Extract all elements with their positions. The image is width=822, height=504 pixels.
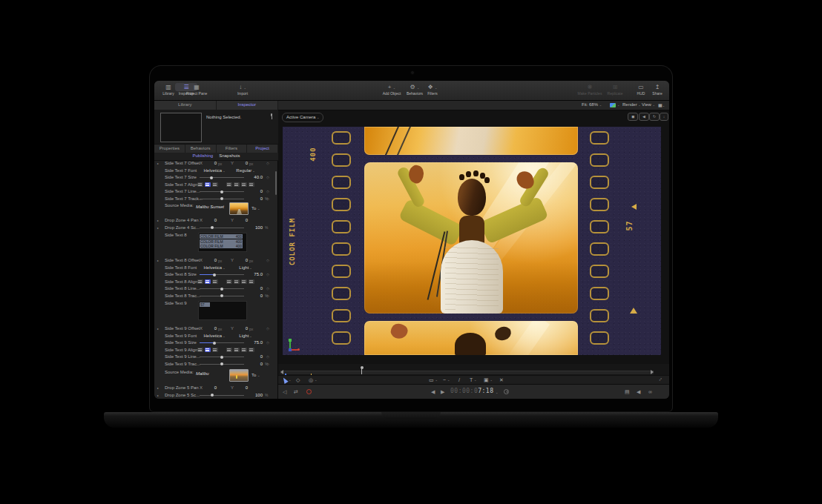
- frame-display-button[interactable]: ▤: [625, 388, 630, 395]
- filters-button[interactable]: ❖ ⌄ Filters: [423, 83, 442, 96]
- disclosure-triangle-icon[interactable]: ▸: [157, 393, 159, 398]
- camera-toggle-button[interactable]: ◼: [628, 113, 638, 121]
- align-button[interactable]: [205, 279, 211, 284]
- audio-toggle-button[interactable]: ◀: [639, 113, 649, 121]
- justify-button[interactable]: [241, 279, 247, 284]
- align-button[interactable]: [205, 182, 211, 187]
- import-button[interactable]: ↓ ⌄ Import: [231, 83, 254, 96]
- y-value-field[interactable]: 0: [236, 326, 248, 331]
- value-field[interactable]: 40.0: [245, 175, 263, 180]
- line-tool[interactable]: /: [458, 377, 460, 384]
- value-field[interactable]: 100: [245, 393, 263, 398]
- justify-button[interactable]: [234, 182, 240, 187]
- align-button[interactable]: [212, 279, 218, 284]
- camera-menu[interactable]: Active Camera ⌄: [282, 113, 323, 122]
- layout-menu[interactable]: ▦⌄: [658, 102, 665, 107]
- value-field[interactable]: 0: [245, 362, 263, 367]
- x-value-field[interactable]: 0: [205, 218, 217, 223]
- shape-tool[interactable]: ▭ ⌄: [429, 377, 438, 384]
- keyframe-diamond-icon[interactable]: ◇: [266, 286, 269, 291]
- timeline-track[interactable]: [280, 371, 654, 374]
- align-button[interactable]: [212, 182, 218, 187]
- keyframe-diamond-icon[interactable]: ◇: [266, 175, 269, 180]
- share-button[interactable]: ↥ Share: [648, 83, 666, 96]
- keyframe-diamond-icon[interactable]: ◇: [266, 196, 269, 202]
- expand-timeline-icon[interactable]: ↕: [658, 377, 663, 382]
- justify-button[interactable]: [226, 279, 232, 284]
- record-button[interactable]: [306, 389, 312, 394]
- value-field[interactable]: 0: [245, 294, 263, 299]
- align-button[interactable]: [197, 182, 203, 187]
- x-value-field[interactable]: 0: [205, 161, 217, 166]
- value-field[interactable]: 0: [245, 189, 263, 194]
- out-point-marker[interactable]: [651, 370, 654, 374]
- select-tool-chevron[interactable]: ⌄: [289, 377, 291, 384]
- timecode-display[interactable]: 00:00:07:18: [450, 388, 493, 394]
- mute-audio-button[interactable]: ◁: [283, 388, 286, 395]
- value-field[interactable]: 0: [245, 196, 263, 202]
- value-field[interactable]: 75.0: [245, 272, 263, 277]
- align-button[interactable]: [197, 348, 203, 352]
- tab-publishing[interactable]: Publishing: [192, 153, 213, 160]
- justify-button[interactable]: [234, 348, 240, 352]
- y-value-field[interactable]: 0: [236, 258, 248, 263]
- slider[interactable]: [200, 199, 244, 199]
- canvas[interactable]: Active Camera ⌄ ◼ ◀ ↻ ↓ 400 COLOR FILM 5…: [278, 110, 669, 364]
- keyframe-diamond-icon[interactable]: ◇: [266, 272, 269, 277]
- mini-timeline[interactable]: [278, 364, 669, 375]
- keyframe-diamond-icon[interactable]: ◇: [266, 340, 269, 345]
- disclosure-triangle-icon[interactable]: ▸: [157, 326, 159, 331]
- media-to-menu[interactable]: To ⌄: [251, 373, 260, 378]
- zoom-level-menu[interactable]: Fit: 68% ⌄: [582, 102, 602, 107]
- value-field[interactable]: 0: [245, 286, 263, 291]
- text-entry-box[interactable]: COLOR FILM400COLOR FILM400COLOR FILM400: [198, 233, 247, 252]
- media-thumbnail[interactable]: [229, 369, 249, 382]
- justify-button[interactable]: [249, 182, 254, 187]
- tab-inspector[interactable]: Inspector: [217, 101, 279, 110]
- justify-button[interactable]: [241, 348, 247, 352]
- pin-icon[interactable]: [269, 113, 274, 120]
- transform-tool[interactable]: ✕: [499, 377, 504, 384]
- bezier-tool[interactable]: ~ ⌄: [443, 377, 450, 384]
- keyframe-diamond-icon[interactable]: ◇: [266, 362, 269, 367]
- keyframe-diamond-icon[interactable]: ◇: [266, 294, 269, 299]
- disclosure-triangle-icon[interactable]: ▸: [157, 161, 159, 166]
- align-button[interactable]: [197, 279, 203, 284]
- align-button[interactable]: [205, 348, 211, 352]
- media-to-menu[interactable]: To ⌄: [251, 206, 260, 211]
- loop-range-button[interactable]: ∞: [648, 388, 652, 395]
- slider[interactable]: [200, 274, 244, 275]
- justify-button[interactable]: [249, 279, 254, 284]
- audio-button[interactable]: ◀: [637, 388, 640, 395]
- value-field[interactable]: 100: [245, 225, 263, 231]
- select-tool[interactable]: [281, 377, 288, 384]
- media-thumbnail[interactable]: [229, 202, 249, 215]
- font-family-menu[interactable]: Helvetica⌄: [199, 265, 230, 271]
- slider[interactable]: [200, 288, 244, 289]
- slider[interactable]: [200, 364, 244, 365]
- channels-swatch-menu[interactable]: [610, 103, 616, 107]
- make-particles-button[interactable]: ❋ Make Particles: [574, 83, 605, 96]
- replicate-button[interactable]: ⊞ Replicate: [604, 83, 626, 96]
- disclosure-triangle-icon[interactable]: ▸: [157, 258, 159, 263]
- render-menu[interactable]: Render ⌄: [622, 102, 641, 107]
- pan-zoom-tool[interactable]: ◎ ⌄: [309, 377, 317, 384]
- keyframe-diamond-icon[interactable]: ◇: [266, 258, 269, 263]
- in-point-marker[interactable]: [280, 370, 283, 374]
- tab-library[interactable]: Library: [154, 101, 217, 110]
- font-family-menu[interactable]: Helvetica⌄: [199, 168, 230, 173]
- keyframe-diamond-icon[interactable]: ◇: [266, 326, 269, 331]
- slider[interactable]: [200, 296, 244, 296]
- x-value-field[interactable]: 0: [205, 385, 217, 391]
- text-tool[interactable]: T ⌄: [470, 377, 476, 384]
- justify-button[interactable]: [241, 182, 247, 187]
- justify-button[interactable]: [234, 279, 240, 284]
- download-toggle-button[interactable]: ↓: [660, 113, 668, 121]
- value-field[interactable]: 75.0: [245, 340, 263, 345]
- loop-toggle-button[interactable]: ↻: [649, 113, 660, 121]
- x-value-field[interactable]: 0: [205, 258, 217, 263]
- play-button[interactable]: ▶: [441, 388, 444, 395]
- y-value-field[interactable]: 0: [236, 218, 248, 223]
- align-button[interactable]: [212, 348, 218, 352]
- playhead[interactable]: [361, 368, 362, 374]
